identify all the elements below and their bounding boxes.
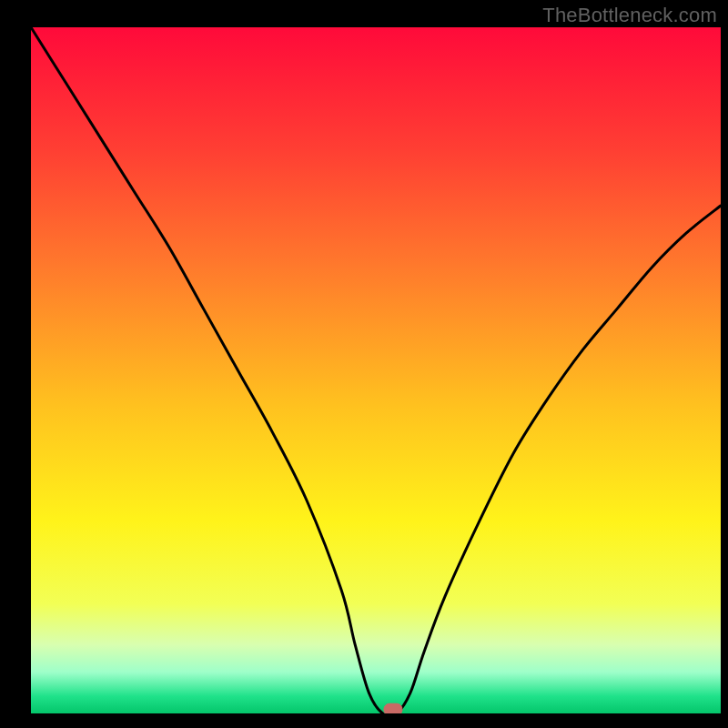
optimal-marker	[384, 703, 402, 713]
gradient-background	[31, 27, 721, 713]
bottleneck-chart	[31, 27, 721, 713]
plot-area	[31, 27, 721, 713]
watermark-text: TheBottleneck.com	[542, 4, 717, 27]
chart-frame: TheBottleneck.com	[0, 0, 728, 728]
